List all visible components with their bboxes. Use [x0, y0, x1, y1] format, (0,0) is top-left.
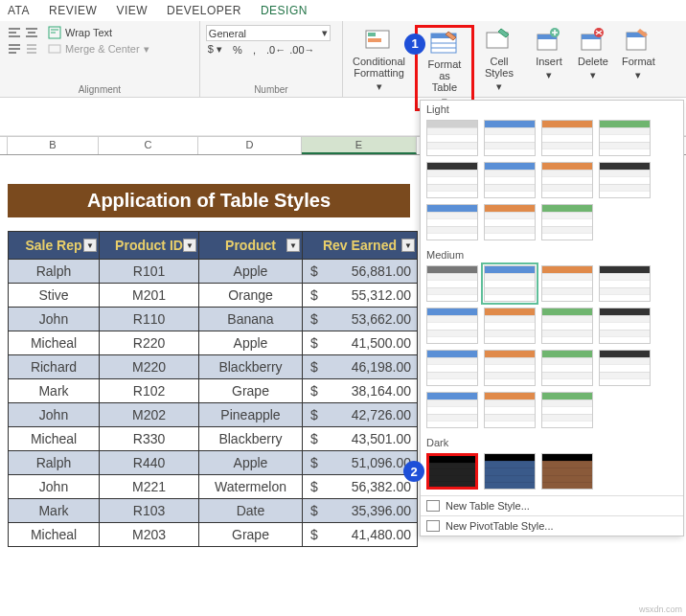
header-product[interactable]: Product▼	[199, 232, 303, 260]
header-sale-rep[interactable]: Sale Rep▼	[9, 232, 100, 260]
table-row[interactable]: MarkR103Date$35,396.00	[9, 499, 418, 523]
format-icon	[623, 27, 653, 54]
tab-developer[interactable]: DEVELOPER	[167, 4, 241, 17]
table-style-thumb[interactable]	[484, 162, 536, 198]
table-style-thumb[interactable]	[599, 308, 651, 344]
tab-data[interactable]: ATA	[8, 4, 30, 17]
col-d[interactable]: D	[198, 137, 302, 154]
gallery-section-dark: Dark	[421, 434, 683, 451]
currency-button[interactable]: $ ▾	[208, 43, 222, 56]
format-as-table-button[interactable]: 1 Format as Table▾	[415, 25, 474, 111]
table-style-thumb[interactable]	[599, 162, 651, 198]
filter-icon[interactable]: ▼	[401, 239, 415, 252]
header-rev-earned[interactable]: Rev Earned▼	[303, 232, 418, 260]
table-row[interactable]: RalphR440Apple$51,096.00	[9, 451, 418, 475]
wrap-text-icon	[48, 26, 61, 39]
number-format-value: General	[209, 28, 246, 39]
table-style-thumb[interactable]	[541, 308, 593, 344]
new-table-style-button[interactable]: New Table Style...	[421, 495, 683, 515]
table-row[interactable]: MichealM203Grape$41,480.00	[9, 523, 418, 547]
table-style-thumb[interactable]	[484, 392, 536, 428]
table-style-thumb[interactable]	[541, 350, 593, 386]
comma-button[interactable]: ,	[253, 44, 256, 56]
wrap-text-button[interactable]: Wrap Text	[46, 25, 151, 40]
filter-icon[interactable]: ▼	[286, 239, 300, 252]
table-row[interactable]: RichardM220Blackberry$46,198.00	[9, 355, 418, 379]
indent-icon	[25, 42, 38, 56]
conditional-formatting-label: Conditional Formatting	[353, 56, 405, 79]
table-row[interactable]: JohnM221Watermelon$56,382.00	[9, 475, 418, 499]
svg-rect-10	[49, 45, 60, 53]
insert-button[interactable]: Insert▾	[530, 25, 568, 82]
number-format-select[interactable]: General▾	[206, 25, 331, 41]
table-style-thumb[interactable]	[484, 265, 536, 302]
svg-rect-2	[9, 35, 20, 37]
table-style-thumb[interactable]	[426, 453, 478, 490]
group-label-alignment: Alignment	[6, 84, 194, 95]
col-c[interactable]: C	[99, 137, 198, 154]
cell-styles-label: Cell Styles	[485, 56, 514, 79]
ribbon-tabs: ATA REVIEW VIEW DEVELOPER DESIGN	[0, 0, 686, 21]
decrease-decimal-button[interactable]: .00→	[289, 44, 314, 56]
conditional-formatting-button[interactable]: Conditional Formatting▾	[349, 25, 409, 94]
table-style-thumb[interactable]	[541, 392, 593, 428]
table-style-thumb[interactable]	[426, 392, 478, 428]
table-style-thumb[interactable]	[426, 120, 478, 156]
table-style-thumb[interactable]	[599, 350, 651, 386]
table-style-thumb[interactable]	[484, 350, 536, 386]
svg-rect-3	[26, 28, 37, 30]
table-style-thumb[interactable]	[484, 308, 536, 344]
table-row[interactable]: JohnM202Pineapple$42,726.00	[9, 403, 418, 427]
table-row[interactable]: MarkR102Grape$38,164.00	[9, 379, 418, 403]
svg-rect-13	[368, 38, 381, 42]
table-style-thumb[interactable]	[541, 162, 593, 198]
table-row[interactable]: JohnR110Banana$53,662.00	[9, 308, 418, 331]
table-style-thumb[interactable]	[484, 453, 536, 490]
align-top-row[interactable]	[6, 25, 40, 40]
table-style-thumb[interactable]	[541, 453, 593, 490]
table-row[interactable]: StiveM201Orange$55,312.00	[9, 284, 418, 308]
filter-icon[interactable]: ▼	[83, 239, 97, 252]
table-style-thumb[interactable]	[599, 120, 651, 156]
tab-design[interactable]: DESIGN	[261, 4, 308, 17]
table-style-thumb[interactable]	[541, 120, 593, 156]
cell-styles-button[interactable]: Cell Styles▾	[480, 25, 518, 94]
table-row[interactable]: MichealR330Blackberry$43,501.00	[9, 427, 418, 451]
table-style-thumb[interactable]	[599, 265, 651, 302]
table-style-thumb[interactable]	[541, 265, 593, 302]
table-style-thumb[interactable]	[484, 204, 536, 240]
merge-center-button[interactable]: Merge & Center ▾	[46, 41, 151, 57]
svg-rect-12	[368, 33, 376, 36]
group-cells: Insert▾ Delete▾ Format▾	[524, 21, 686, 97]
table-style-thumb[interactable]	[426, 265, 478, 302]
svg-rect-0	[9, 28, 20, 30]
table-style-thumb[interactable]	[541, 204, 593, 240]
filter-icon[interactable]: ▼	[183, 239, 196, 252]
table-style-gallery: Light Medium Dark 2 New Table Style... N…	[420, 100, 684, 536]
increase-decimal-button[interactable]: .0←	[266, 44, 286, 56]
new-pivot-style-button[interactable]: New PivotTable Style...	[421, 515, 683, 536]
table-style-thumb[interactable]	[426, 350, 478, 386]
format-as-table-label: Format as Table	[422, 58, 468, 93]
col-e[interactable]: E	[302, 137, 417, 154]
table-style-thumb[interactable]	[426, 204, 478, 240]
align-bottom-row[interactable]	[6, 41, 40, 57]
number-buttons: $ ▾ % , .0← .00→	[206, 42, 317, 57]
table-style-thumb[interactable]	[426, 308, 478, 344]
group-alignment: Wrap Text Merge & Center ▾ Alignment	[0, 21, 200, 97]
svg-rect-1	[9, 32, 16, 34]
delete-button[interactable]: Delete▾	[574, 25, 612, 82]
delete-label: Delete	[578, 56, 608, 67]
header-product-id[interactable]: Product ID▼	[100, 232, 199, 260]
table-row[interactable]: RalphR101Apple$56,881.00	[9, 260, 418, 284]
callout-badge-2: 2	[403, 461, 424, 482]
tab-review[interactable]: REVIEW	[49, 4, 97, 17]
table-style-thumb[interactable]	[484, 120, 536, 156]
format-button[interactable]: Format▾	[618, 25, 659, 82]
tab-view[interactable]: VIEW	[116, 4, 148, 17]
align-icon	[8, 42, 21, 56]
table-style-thumb[interactable]	[426, 162, 478, 198]
percent-button[interactable]: %	[233, 44, 242, 56]
table-row[interactable]: MichealR220Apple$41,500.00	[9, 331, 418, 355]
col-b[interactable]: B	[8, 137, 99, 154]
